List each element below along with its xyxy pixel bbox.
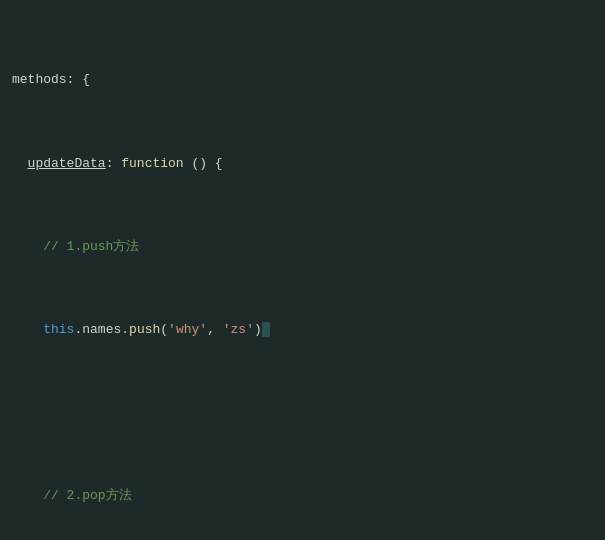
code-line-5 bbox=[12, 403, 593, 424]
code-line-2: updateData: function () { bbox=[12, 154, 593, 175]
code-line-3: // 1.push方法 bbox=[12, 237, 593, 258]
code-line-4: this.names.push('why', 'zs') bbox=[12, 320, 593, 341]
code-editor: methods: { updateData: function () { // … bbox=[0, 0, 605, 540]
code-line-6: // 2.pop方法 bbox=[12, 486, 593, 507]
code-line-1: methods: { bbox=[12, 70, 593, 91]
